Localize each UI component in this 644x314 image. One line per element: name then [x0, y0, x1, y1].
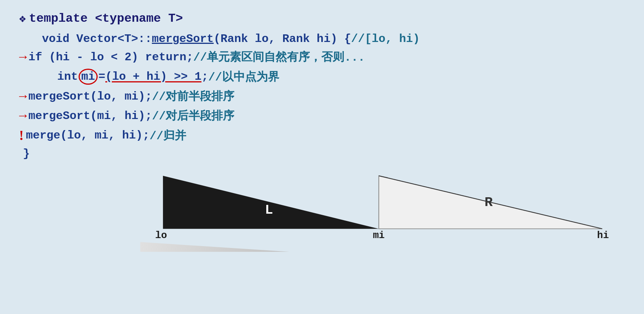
merge-line: ! merge(lo, mi, hi); //归并: [19, 127, 625, 143]
hi-label: hi: [597, 230, 609, 241]
mergesort-lo-comment: //对前半段排序: [152, 89, 234, 104]
if-arrow: →: [19, 50, 27, 64]
lo-label: lo: [155, 230, 167, 241]
int-comment: //以中点为界: [208, 69, 279, 85]
template-text: template <typename T>: [29, 11, 183, 26]
mergesort-mi-arrow: →: [19, 109, 27, 123]
mergesort-mi-code: mergeSort(mi, hi);: [28, 109, 152, 122]
R-label: R: [485, 195, 493, 210]
merge-code: merge(lo, mi, hi);: [26, 129, 150, 142]
if-comment: //单元素区间自然有序，否则...: [193, 49, 365, 65]
if-line: → if (hi - lo < 2) return; //单元素区间自然有序，否…: [19, 49, 625, 65]
merge-comment: //归并: [150, 128, 186, 143]
void-code: void Vector<T>::mergeSort(Rank lo, Rank …: [42, 32, 351, 45]
close-brace-line: }: [19, 147, 625, 160]
mi-label: mi: [373, 230, 385, 241]
int-semi: ;: [201, 70, 208, 83]
main-container: ❖ template <typename T> void Vector<T>::…: [0, 0, 644, 314]
mergesort-lo-line: → mergeSort(lo, mi); //对前半段排序: [19, 89, 625, 104]
int-eq: =: [98, 70, 105, 83]
diagram-section: L R lo mi hi L + R: [19, 168, 625, 306]
mergesort-lo-arrow: →: [19, 89, 27, 104]
int-keyword: int: [57, 70, 78, 83]
mi-circled: mi: [79, 69, 98, 85]
if-code: if (hi - lo < 2) return;: [28, 51, 193, 64]
mergesort-mi-comment: //对后半段排序: [152, 108, 234, 124]
void-vector-line: void Vector<T>::mergeSort(Rank lo, Rank …: [19, 32, 625, 45]
diamond-icon: ❖: [19, 11, 26, 26]
mergesort-lo-code: mergeSort(lo, mi);: [28, 90, 152, 103]
mergesort-mi-line: → mergeSort(mi, hi); //对后半段排序: [19, 108, 625, 124]
lr-combined-triangle: [140, 242, 602, 252]
int-mi-line: int mi = (lo + hi) >> 1 ; //以中点为界: [19, 69, 625, 85]
lo-hi-expr: (lo + hi) >> 1: [105, 70, 201, 83]
merge-exclaim: !: [19, 127, 24, 143]
L-label: L: [265, 202, 273, 218]
code-section: ❖ template <typename T> void Vector<T>::…: [19, 11, 625, 164]
close-brace: }: [23, 147, 30, 160]
template-line: ❖ template <typename T>: [19, 11, 625, 26]
void-comment: //[lo, hi): [351, 32, 420, 45]
diagram-svg: L R lo mi hi L + R: [19, 168, 625, 252]
